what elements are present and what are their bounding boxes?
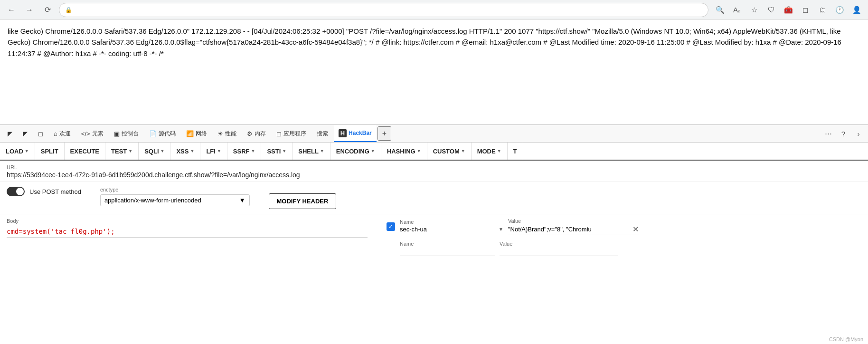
url-input[interactable]: https://53d94cec-1ee4-472c-91a9-6d1b959d… <box>75 6 702 13</box>
post-method-toggle[interactable] <box>7 187 25 196</box>
header2-name-col: Name <box>400 241 495 256</box>
header2-value-label: Value <box>500 241 618 247</box>
load-arrow: ▼ <box>25 149 29 153</box>
tab-console-label: 控制台 <box>122 130 139 138</box>
tab-copy[interactable]: ◤ <box>18 125 32 142</box>
header1-name-input[interactable] <box>400 226 495 233</box>
shell-arrow: ▼ <box>320 149 324 153</box>
application-icon: ◻ <box>276 130 282 137</box>
shell-button[interactable]: SHELL ▼ <box>292 143 330 160</box>
body-input[interactable] <box>7 226 368 238</box>
back-button[interactable]: ← <box>5 3 18 17</box>
close-devtools-icon[interactable]: › <box>852 127 865 140</box>
tab-device[interactable]: ◻ <box>33 125 48 142</box>
ssrf-button[interactable]: SSRF ▼ <box>227 143 262 160</box>
help-icon[interactable]: ? <box>837 127 850 140</box>
hackbar-toolbar: LOAD ▼ SPLIT EXECUTE TEST ▼ SQLI ▼ XSS ▼… <box>0 143 868 161</box>
execute-label: EXECUTE <box>70 148 99 155</box>
header-row-2: Name Value <box>387 241 861 256</box>
tab-hackbar-label: HackBar <box>349 130 372 136</box>
ssti-button[interactable]: SSTI ▼ <box>261 143 292 160</box>
body-label: Body <box>7 218 368 224</box>
forward-button[interactable]: → <box>23 3 36 17</box>
header2-value-input[interactable] <box>500 248 618 255</box>
custom-button[interactable]: CUSTOM ▼ <box>427 143 472 160</box>
tab-performance[interactable]: ☀ 性能 <box>213 125 241 142</box>
url-label: URL <box>7 164 861 170</box>
device-icon: ◻ <box>38 130 43 137</box>
body-section: Body ✓ Name ▼ Value ✕ <box>0 214 868 260</box>
enctype-label: enctype <box>100 187 250 192</box>
test-button[interactable]: TEST ▼ <box>105 143 139 160</box>
header-row-1: ✓ Name ▼ Value ✕ <box>387 218 861 235</box>
header-section: ✓ Name ▼ Value ✕ Name <box>387 218 861 256</box>
t-button[interactable]: T <box>508 143 523 160</box>
tab-elements[interactable]: </> 元素 <box>76 125 108 142</box>
mode-button[interactable]: MODE ▼ <box>472 143 508 160</box>
tab-welcome[interactable]: ⌂ 欢迎 <box>49 125 75 142</box>
header2-name-input-row <box>400 248 495 256</box>
extension-icon[interactable]: 🧰 <box>782 3 795 17</box>
collections-icon[interactable]: 🗂 <box>816 3 829 17</box>
ssrf-label: SSRF <box>233 148 250 155</box>
encoding-arrow: ▼ <box>371 149 375 153</box>
tab-network[interactable]: 📶 网络 <box>181 125 212 142</box>
search-icon-btn[interactable]: 🔍 <box>713 3 726 17</box>
tab-memory-label: 内存 <box>255 130 266 138</box>
tab-sources-label: 源代码 <box>159 130 176 138</box>
body-left: Body <box>7 218 368 256</box>
header1-name-arrow[interactable]: ▼ <box>499 227 503 232</box>
memory-icon: ⚙ <box>247 130 253 137</box>
lfi-button[interactable]: LFI ▼ <box>200 143 227 160</box>
header1-close-icon[interactable]: ✕ <box>632 225 639 234</box>
add-tab-button[interactable]: + <box>377 126 391 141</box>
font-size-icon[interactable]: Aₐ <box>730 3 744 17</box>
history-icon[interactable]: 🕐 <box>833 3 846 17</box>
reload-button[interactable]: ⟳ <box>41 3 54 17</box>
shield-icon[interactable]: 🛡 <box>764 3 778 17</box>
sources-icon: 📄 <box>149 130 157 137</box>
header1-value-input[interactable] <box>508 226 627 233</box>
header1-name-col: Name ▼ <box>400 219 503 234</box>
encoding-button[interactable]: ENCODING ▼ <box>330 143 381 160</box>
mode-arrow: ▼ <box>497 149 501 153</box>
custom-arrow: ▼ <box>461 149 465 153</box>
tab-welcome-label: 欢迎 <box>59 130 71 138</box>
split-button[interactable]: SPLIT <box>35 143 65 160</box>
header2-name-input[interactable] <box>400 248 495 255</box>
enctype-select[interactable]: application/x-www-form-urlencoded ▼ <box>100 194 250 206</box>
more-options-icon[interactable]: ⋯ <box>821 127 835 140</box>
load-button[interactable]: LOAD ▼ <box>0 143 35 160</box>
tab-hackbar[interactable]: H HackBar <box>334 125 377 142</box>
header2-value-input-row <box>500 248 618 256</box>
test-label: TEST <box>111 148 127 155</box>
tab-search[interactable]: 搜索 <box>312 125 333 142</box>
execute-button[interactable]: EXECUTE <box>65 143 105 160</box>
tab-console[interactable]: ▣ 控制台 <box>109 125 143 142</box>
xss-button[interactable]: XSS ▼ <box>170 143 200 160</box>
home-icon: ⌂ <box>54 130 57 137</box>
inspect-icon: ◤ <box>8 130 12 137</box>
header1-name-label: Name <box>400 219 503 225</box>
split-label: SPLIT <box>41 148 58 155</box>
tab-inspect[interactable]: ◤ <box>3 125 17 142</box>
header2-name-label: Name <box>400 241 495 247</box>
ssrf-arrow: ▼ <box>251 149 255 153</box>
modify-header-button[interactable]: MODIFY HEADER <box>269 193 337 209</box>
tab-memory[interactable]: ⚙ 内存 <box>242 125 271 142</box>
xss-arrow: ▼ <box>190 149 194 153</box>
url-value[interactable]: https://53d94cec-1ee4-472c-91a9-6d1b959d… <box>7 171 861 179</box>
mode-label: MODE <box>477 148 496 155</box>
tab-application[interactable]: ◻ 应用程序 <box>272 125 311 142</box>
tab-performance-label: 性能 <box>225 130 236 138</box>
profile-icon[interactable]: 👤 <box>850 3 863 17</box>
sidebar-icon[interactable]: ◻ <box>799 3 812 17</box>
sqli-button[interactable]: SQLI ▼ <box>139 143 170 160</box>
hashing-button[interactable]: HASHING ▼ <box>381 143 427 160</box>
tab-sources[interactable]: 📄 源代码 <box>144 125 180 142</box>
header1-checkbox[interactable]: ✓ <box>387 222 395 231</box>
sqli-arrow: ▼ <box>160 149 165 153</box>
header1-value-col: Value ✕ <box>508 218 639 235</box>
bookmark-icon[interactable]: ☆ <box>747 3 761 17</box>
t-label: T <box>513 148 517 155</box>
